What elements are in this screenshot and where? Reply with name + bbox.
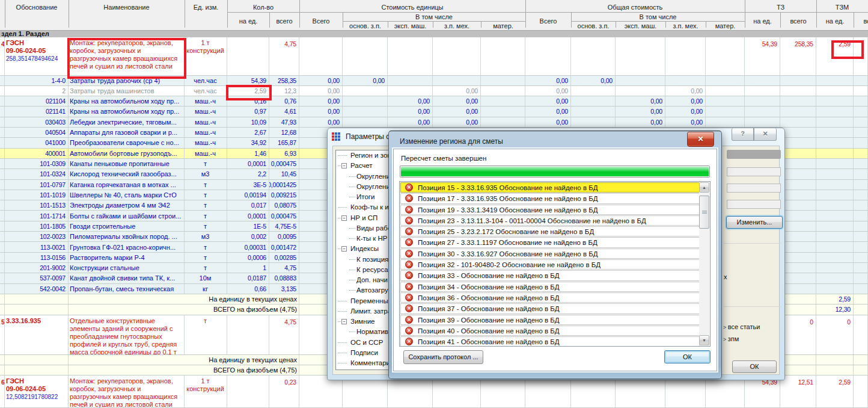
cell[interactable]: 4,75E-5	[269, 221, 299, 231]
cell[interactable]	[481, 96, 525, 106]
cell[interactable]	[745, 86, 780, 96]
row-name[interactable]: Кислород технический газообраз...	[69, 169, 185, 179]
cell[interactable]	[481, 86, 525, 96]
cell[interactable]: 0,000475	[269, 211, 299, 220]
scroll-thumb[interactable]	[699, 196, 709, 229]
cell[interactable]	[481, 76, 525, 85]
cell[interactable]: 0,001472	[269, 242, 299, 252]
params-option-all[interactable]: > все статьи	[723, 323, 760, 330]
cell[interactable]	[780, 190, 816, 200]
cell[interactable]: 0,00	[525, 76, 571, 85]
cell[interactable]: 0,000475	[269, 159, 299, 168]
cell[interactable]	[854, 355, 868, 365]
cell[interactable]	[0, 76, 5, 85]
cell[interactable]	[706, 117, 745, 127]
cell[interactable]: 10,45	[269, 169, 299, 179]
row-unit[interactable]: чел.час	[185, 86, 227, 96]
cell[interactable]	[854, 221, 868, 231]
tree-expand-icon[interactable]: −	[341, 215, 347, 221]
row-name[interactable]: Катанка горячекатаная в мотках ...	[69, 180, 185, 190]
cell[interactable]: 258,35	[269, 76, 299, 85]
list-item[interactable]: ✕Позиция 37 - Обоснование не найдено в Б…	[400, 303, 700, 314]
cell[interactable]	[816, 253, 854, 262]
cell[interactable]: 165,87	[269, 138, 299, 147]
row-name[interactable]: Отдельные конструктивные элементы зданий…	[69, 315, 185, 354]
cell[interactable]	[571, 37, 616, 75]
cell[interactable]	[388, 76, 433, 85]
cell[interactable]	[745, 107, 780, 116]
col-uc-machine[interactable]: эксп. маш.	[388, 22, 433, 29]
cell[interactable]	[854, 86, 868, 96]
cell[interactable]	[433, 76, 481, 85]
cell[interactable]: 0,76	[269, 96, 299, 106]
message-list[interactable]: ✕Позиция 15 - 3.33.16.935 Обоснование не…	[399, 181, 711, 347]
cell[interactable]	[780, 117, 816, 127]
cell[interactable]: 54,39	[745, 37, 780, 75]
cell[interactable]: 0,00	[665, 107, 706, 116]
cell[interactable]: 5	[0, 315, 5, 354]
cell[interactable]: 0	[816, 315, 854, 354]
cell[interactable]: 3,135	[269, 284, 299, 294]
row-code[interactable]: 101-0797	[5, 180, 69, 190]
help-button[interactable]: ?	[732, 128, 754, 141]
cell[interactable]: 47,93	[269, 117, 299, 127]
cell[interactable]	[343, 96, 388, 106]
region-close-button[interactable]: ✕	[687, 132, 714, 147]
cell[interactable]: 0	[780, 315, 816, 354]
cell[interactable]	[0, 180, 5, 190]
row-name[interactable]: Грунтовка ГФ-021 красно-коричн...	[69, 242, 185, 252]
cell[interactable]	[227, 315, 269, 354]
cell[interactable]	[854, 304, 868, 314]
cell[interactable]	[745, 117, 780, 127]
col-tz-total[interactable]: всего	[780, 17, 816, 25]
cell[interactable]	[706, 86, 745, 96]
cell[interactable]	[816, 180, 854, 190]
row-code[interactable]: 113-0156	[5, 253, 69, 262]
cell[interactable]	[780, 211, 816, 220]
cell[interactable]	[5, 355, 69, 365]
cell[interactable]	[854, 128, 868, 137]
row-name[interactable]: Электроды диаметром 4 мм Э42	[69, 200, 185, 210]
cell[interactable]: 0,00	[525, 117, 571, 127]
cell[interactable]	[343, 37, 388, 75]
cell[interactable]	[0, 117, 5, 127]
scroll-down-button[interactable]: ▼	[699, 335, 709, 345]
cell[interactable]	[0, 138, 5, 147]
cell[interactable]: 0,97	[227, 107, 269, 116]
cell[interactable]	[481, 117, 525, 127]
cell[interactable]	[780, 128, 816, 137]
row-unit[interactable]: м3	[185, 232, 227, 241]
cell[interactable]	[854, 294, 868, 304]
cell[interactable]	[388, 37, 433, 75]
list-item[interactable]: ✕Позиция 32 - 101-90480-2 Обоснование не…	[400, 259, 700, 270]
cell[interactable]	[780, 242, 816, 252]
cell[interactable]	[706, 37, 745, 75]
cell[interactable]	[525, 37, 571, 75]
row-code[interactable]: 101-1513	[5, 200, 69, 210]
cell[interactable]	[854, 273, 868, 283]
row-unit[interactable]: маш.-ч	[185, 107, 227, 116]
cell[interactable]	[816, 86, 854, 96]
cell[interactable]: 0,00	[616, 96, 665, 106]
row-code[interactable]: 400001	[5, 149, 69, 158]
cell[interactable]	[0, 355, 5, 365]
cell[interactable]: 10,09	[227, 117, 269, 127]
cell[interactable]	[854, 180, 868, 190]
col-qty-per-unit[interactable]: на ед.	[227, 17, 269, 25]
cell[interactable]: 0,002	[227, 232, 269, 241]
col-tz-per-unit[interactable]: на ед.	[745, 17, 780, 25]
row-code[interactable]: 101-0324	[5, 169, 69, 179]
cell[interactable]	[780, 294, 816, 304]
col-name[interactable]: Наименование	[69, 4, 185, 11]
cell[interactable]: 0,0001	[227, 211, 269, 220]
cell[interactable]: 0,00	[433, 117, 481, 127]
cell[interactable]	[0, 242, 5, 252]
cell[interactable]: 0,0187	[227, 273, 269, 283]
section-row[interactable]: здел 1. Раздел	[0, 31, 868, 37]
row-code[interactable]: 1-4-0	[5, 76, 69, 85]
cell[interactable]	[854, 138, 868, 147]
params-field-1[interactable]	[727, 167, 781, 176]
row-code[interactable]: 2	[5, 86, 69, 96]
row-name[interactable]: Конструкции стальные	[69, 263, 185, 273]
cell[interactable]	[854, 76, 868, 85]
